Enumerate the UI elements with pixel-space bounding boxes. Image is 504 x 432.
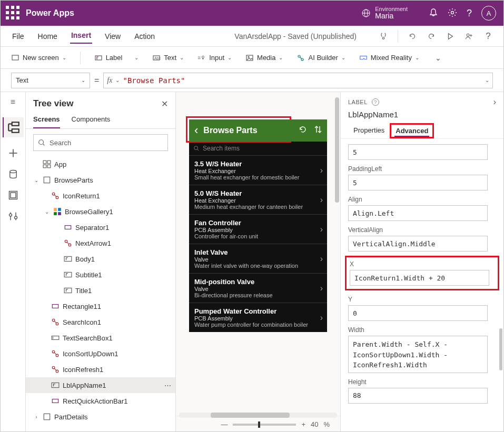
svg-rect-54 bbox=[54, 212, 57, 215]
prop-valign-input[interactable]: VerticalAlign.Middle bbox=[348, 236, 488, 252]
tree-search-input[interactable]: Search bbox=[33, 134, 168, 151]
zoom-slider[interactable] bbox=[233, 424, 296, 426]
tree-node-separator[interactable]: Separator1 bbox=[26, 219, 175, 235]
rail-advanced-icon[interactable] bbox=[8, 211, 18, 222]
app-launcher-icon[interactable] bbox=[5, 5, 22, 22]
part-list-item[interactable]: 3.5 W/S HeaterHeat ExchangerSmall heat e… bbox=[189, 155, 327, 185]
textinput-icon bbox=[51, 334, 60, 342]
undo-icon[interactable] bbox=[408, 32, 417, 41]
tree-node-gallery[interactable]: ⌄BrowseGallery1 bbox=[26, 204, 175, 219]
tree-node-lblappname[interactable]: LblAppName1⋯ bbox=[26, 377, 175, 393]
back-icon[interactable]: ‹ bbox=[194, 124, 198, 137]
tree-node-body[interactable]: Body1 bbox=[26, 251, 175, 267]
tree-node-iconrefresh[interactable]: IconRefresh1 bbox=[26, 361, 175, 377]
part-subtitle: Heat Exchanger bbox=[194, 197, 322, 204]
menu-action[interactable]: Action bbox=[133, 30, 156, 43]
ribbon-overflow-icon[interactable]: ⌄ bbox=[435, 54, 441, 62]
help-icon[interactable]: ? bbox=[467, 8, 472, 19]
part-list-item[interactable]: Inlet ValveValveWater inlet valve with o… bbox=[189, 244, 327, 273]
preview-search[interactable]: Search items bbox=[189, 142, 327, 155]
part-list-item[interactable]: Mid-position ValveValveBi-directional pr… bbox=[189, 273, 327, 303]
tree-node-app[interactable]: App bbox=[26, 156, 175, 172]
group-icon bbox=[51, 365, 60, 374]
prop-height-input[interactable]: 88 bbox=[348, 388, 488, 404]
svg-rect-8 bbox=[16, 16, 19, 19]
label-icon bbox=[94, 54, 103, 62]
redo-icon[interactable] bbox=[427, 32, 436, 41]
tree-node-nextarrow[interactable]: NextArrow1 bbox=[26, 235, 175, 251]
zoom-out-button[interactable]: — bbox=[221, 420, 228, 428]
share-icon[interactable] bbox=[465, 32, 474, 41]
tree-node-textsearch[interactable]: TextSearchBox1 bbox=[26, 330, 175, 346]
prop-y-input[interactable]: 0 bbox=[348, 305, 488, 321]
ai-label: AI Builder bbox=[308, 54, 338, 62]
phone-preview[interactable]: ‹ Browse Parts Search items 3.5 W/S Heat… bbox=[189, 119, 327, 332]
environment-name: Maria bbox=[375, 12, 408, 20]
props-scrollbar[interactable] bbox=[499, 328, 502, 370]
play-icon[interactable] bbox=[446, 32, 455, 41]
rect-icon bbox=[51, 302, 60, 310]
notifications-icon[interactable] bbox=[429, 8, 438, 19]
settings-gear-icon[interactable] bbox=[448, 8, 457, 19]
rail-insert-icon[interactable] bbox=[8, 148, 18, 158]
expand-icon[interactable]: › bbox=[493, 97, 496, 107]
svg-rect-5 bbox=[16, 11, 19, 14]
tab-advanced[interactable]: Advanced bbox=[390, 123, 434, 138]
mr-button[interactable]: Mixed Reality ⌄ bbox=[359, 54, 419, 62]
media-button[interactable]: Media ⌄ bbox=[245, 54, 283, 62]
user-avatar[interactable]: A bbox=[481, 6, 496, 21]
svg-point-25 bbox=[298, 55, 300, 57]
label-button[interactable]: Label ⌄ bbox=[94, 54, 139, 62]
tree-node-rectangle[interactable]: Rectangle11 bbox=[26, 298, 175, 314]
chevron-down-icon: ⌄ bbox=[62, 55, 66, 61]
formula-input[interactable]: "Browse Parts" bbox=[123, 76, 482, 85]
rect-icon bbox=[51, 397, 60, 405]
zoom-in-button[interactable]: + bbox=[301, 420, 305, 428]
help-icon-2[interactable]: ? bbox=[483, 31, 493, 42]
info-icon[interactable]: ? bbox=[372, 98, 379, 106]
tree-node-subtitle[interactable]: Subtitle1 bbox=[26, 267, 175, 283]
rail-tree-view-icon[interactable] bbox=[3, 117, 24, 137]
tree-node-iconreturn[interactable]: IconReturn1 bbox=[26, 188, 175, 204]
close-icon[interactable]: ✕ bbox=[161, 99, 168, 109]
formula-input-wrap[interactable]: fx⌄ "Browse Parts" ⌄ bbox=[103, 73, 493, 88]
formula-expand-icon[interactable]: ⌄ bbox=[485, 77, 489, 83]
menu-view[interactable]: View bbox=[104, 30, 122, 43]
app-checker-icon[interactable] bbox=[379, 32, 388, 41]
tree-node-partdetails[interactable]: ›PartDetails bbox=[26, 409, 175, 425]
environment-selector[interactable]: Environment Maria bbox=[361, 6, 408, 20]
prop-x-input[interactable]: IconReturn1.Width + 20 bbox=[350, 270, 489, 286]
canvas-hscrollbar[interactable] bbox=[179, 413, 337, 418]
tree-node-rectquick[interactable]: RectQuickActionBar1 bbox=[26, 393, 175, 409]
more-icon[interactable]: ⋯ bbox=[164, 381, 171, 389]
prop-align-input[interactable]: Align.Left bbox=[348, 205, 488, 221]
tree-node-title[interactable]: Title1 bbox=[26, 283, 175, 298]
sort-icon[interactable] bbox=[314, 125, 322, 136]
prop-padding-top-input[interactable]: 5 bbox=[348, 144, 488, 160]
refresh-icon[interactable] bbox=[299, 125, 307, 136]
prop-paddingleft-input[interactable]: 5 bbox=[348, 175, 488, 190]
part-list-item[interactable]: Fan ControllerPCB AssemblyController for… bbox=[189, 214, 327, 244]
hamburger-icon[interactable]: ≡ bbox=[8, 97, 18, 107]
rail-data-icon[interactable] bbox=[8, 169, 18, 179]
tree-node-iconsort[interactable]: IconSortUpDown1 bbox=[26, 346, 175, 361]
input-button[interactable]: Input ⌄ bbox=[197, 54, 232, 62]
property-selector[interactable]: Text ⌄ bbox=[11, 73, 90, 88]
new-screen-button[interactable]: New screen ⌄ bbox=[11, 54, 66, 62]
menu-insert[interactable]: Insert bbox=[70, 29, 92, 44]
tab-screens[interactable]: Screens bbox=[33, 115, 60, 128]
part-list-item[interactable]: 5.0 W/S HeaterHeat ExchangerMedium heat … bbox=[189, 185, 327, 214]
menu-file[interactable]: File bbox=[11, 30, 25, 43]
rail-media-icon[interactable] bbox=[8, 190, 18, 200]
zoom-bar: — + 40 % bbox=[176, 416, 340, 432]
tab-components[interactable]: Components bbox=[72, 115, 111, 128]
prop-width-input[interactable]: Parent.Width - Self.X - IconSortUpDown1.… bbox=[348, 336, 488, 373]
tab-properties[interactable]: Properties bbox=[348, 123, 390, 138]
part-list-item[interactable]: Pumped Water ControllerPCB AssemblyWater… bbox=[189, 303, 327, 332]
tree-node-screen[interactable]: ⌄BrowseParts bbox=[26, 172, 175, 188]
ai-button[interactable]: AI Builder ⌄ bbox=[297, 54, 345, 62]
tree-node-searchicon[interactable]: SearchIcon1 bbox=[26, 314, 175, 330]
chevron-down-icon: ⌄ bbox=[279, 55, 283, 61]
menu-home[interactable]: Home bbox=[37, 30, 58, 43]
text-button[interactable]: Abc Text ⌄ bbox=[152, 54, 184, 62]
